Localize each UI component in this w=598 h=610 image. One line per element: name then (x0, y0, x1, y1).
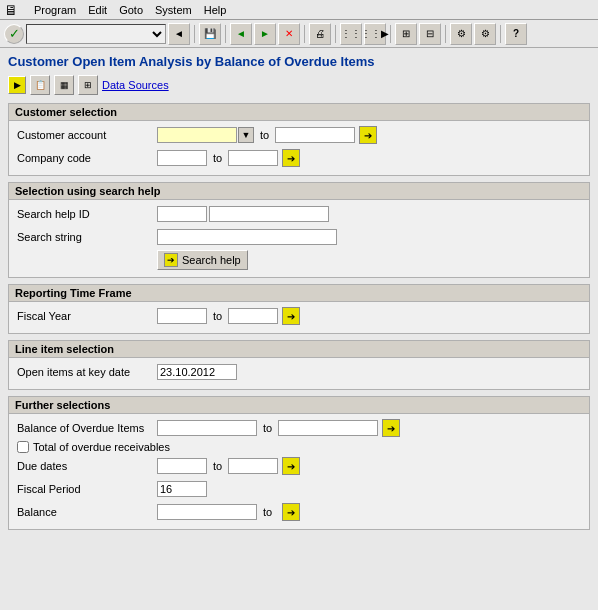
customer-account-to-input[interactable] (275, 127, 355, 143)
checkmark-btn[interactable]: ✓ (4, 24, 24, 44)
print-btn[interactable]: 🖨 (309, 23, 331, 45)
balance-overdue-row: Balance of Overdue Items to ➔ (17, 418, 581, 438)
sep4 (335, 25, 336, 43)
line-item-body: Open items at key date (9, 358, 589, 389)
company-code-to-input[interactable] (228, 150, 278, 166)
balance-label: Balance (17, 506, 157, 518)
balance-row: Balance to ➔ (17, 502, 581, 522)
menu-system[interactable]: System (155, 4, 192, 16)
search-string-row: Search string (17, 227, 581, 247)
search-help-btn-row: ➔ Search help (17, 250, 581, 270)
find-next-btn[interactable]: ⋮⋮▶ (364, 23, 386, 45)
search-help-btn-label: Search help (182, 254, 241, 266)
reporting-time-body: Fiscal Year to ➔ (9, 302, 589, 333)
fiscal-period-input[interactable] (157, 481, 207, 497)
search-help-id-row: Search help ID (17, 204, 581, 224)
search-string-input[interactable] (157, 229, 337, 245)
sep2 (225, 25, 226, 43)
collapse-btn[interactable]: ⊟ (419, 23, 441, 45)
further-selections-section: Further selections Balance of Overdue It… (8, 396, 590, 530)
total-overdue-label: Total of overdue receivables (33, 441, 170, 453)
due-dates-row: Due dates to ➔ (17, 456, 581, 476)
data-sources-link[interactable]: Data Sources (102, 79, 169, 91)
company-code-row: Company code to ➔ (17, 148, 581, 168)
stop-btn[interactable]: ✕ (278, 23, 300, 45)
balance-overdue-label: Balance of Overdue Items (17, 422, 157, 434)
due-dates-input[interactable] (157, 458, 207, 474)
fiscal-period-row: Fiscal Period (17, 479, 581, 499)
balance-overdue-arrow[interactable]: ➔ (382, 419, 400, 437)
execute-btn[interactable]: ▶ (8, 76, 26, 94)
menu-goto[interactable]: Goto (119, 4, 143, 16)
further-selections-body: Balance of Overdue Items to ➔ Total of o… (9, 414, 589, 529)
customer-account-lookup[interactable]: ▼ (238, 127, 254, 143)
variants-btn[interactable]: ⊞ (78, 75, 98, 95)
save-btn[interactable]: 💾 (199, 23, 221, 45)
nav-left-btn[interactable]: ◄ (168, 23, 190, 45)
key-date-row: Open items at key date (17, 362, 581, 382)
fiscal-year-to: to (213, 310, 222, 322)
line-item-header: Line item selection (9, 341, 589, 358)
search-help-id-input[interactable] (157, 206, 207, 222)
line-item-section: Line item selection Open items at key da… (8, 340, 590, 390)
company-code-arrow[interactable]: ➔ (282, 149, 300, 167)
expand-btn[interactable]: ⊞ (395, 23, 417, 45)
further-selections-header: Further selections (9, 397, 589, 414)
fiscal-year-label: Fiscal Year (17, 310, 157, 322)
sep7 (500, 25, 501, 43)
key-date-input[interactable] (157, 364, 237, 380)
menu-help[interactable]: Help (204, 4, 227, 16)
customer-account-input[interactable] (157, 127, 237, 143)
balance-input[interactable] (157, 504, 257, 520)
balance-to: to (263, 506, 272, 518)
save2-btn[interactable]: 📋 (30, 75, 50, 95)
balance-overdue-input[interactable] (157, 420, 257, 436)
search-help-id-input2[interactable] (209, 206, 329, 222)
customer-account-row: Customer account ▼ to ➔ (17, 125, 581, 145)
search-btn-icon: ➔ (164, 253, 178, 267)
find-btn[interactable]: ⋮⋮ (340, 23, 362, 45)
reporting-time-section: Reporting Time Frame Fiscal Year to ➔ (8, 284, 590, 334)
customer-account-arrow[interactable]: ➔ (359, 126, 377, 144)
search-help-section: Selection using search help Search help … (8, 182, 590, 278)
menu-program[interactable]: Program (34, 4, 76, 16)
customer-account-to: to (260, 129, 269, 141)
page-title: Customer Open Item Analysis by Balance o… (8, 54, 590, 69)
layout-btn[interactable]: ▦ (54, 75, 74, 95)
balance-overdue-to: to (263, 422, 272, 434)
search-help-body: Search help ID Search string ➔ Search he… (9, 200, 589, 277)
balance-arrow[interactable]: ➔ (282, 503, 300, 521)
sep1 (194, 25, 195, 43)
total-overdue-checkbox[interactable] (17, 441, 29, 453)
due-dates-to: to (213, 460, 222, 472)
customer-selection-header: Customer selection (9, 104, 589, 121)
menu-edit[interactable]: Edit (88, 4, 107, 16)
search-help-header: Selection using search help (9, 183, 589, 200)
due-dates-to-input[interactable] (228, 458, 278, 474)
fiscal-period-label: Fiscal Period (17, 483, 157, 495)
due-dates-arrow[interactable]: ➔ (282, 457, 300, 475)
reporting-time-header: Reporting Time Frame (9, 285, 589, 302)
settings2-btn[interactable]: ⚙ (474, 23, 496, 45)
company-code-to: to (213, 152, 222, 164)
menu-bar: 🖥 Program Edit Goto System Help (0, 0, 598, 20)
fiscal-year-input[interactable] (157, 308, 207, 324)
fiscal-year-arrow[interactable]: ➔ (282, 307, 300, 325)
customer-account-label: Customer account (17, 129, 157, 141)
sep3 (304, 25, 305, 43)
main-toolbar: ✓ ◄ 💾 ◄ ► ✕ 🖨 ⋮⋮ ⋮⋮▶ ⊞ ⊟ ⚙ ⚙ ? (0, 20, 598, 48)
forward-btn[interactable]: ► (254, 23, 276, 45)
key-date-label: Open items at key date (17, 366, 157, 378)
nav-combo[interactable] (26, 24, 166, 44)
back-btn[interactable]: ◄ (230, 23, 252, 45)
help-btn[interactable]: ? (505, 23, 527, 45)
search-string-label: Search string (17, 231, 157, 243)
settings-btn[interactable]: ⚙ (450, 23, 472, 45)
fiscal-year-to-input[interactable] (228, 308, 278, 324)
due-dates-label: Due dates (17, 460, 157, 472)
sub-toolbar: ▶ 📋 ▦ ⊞ Data Sources (8, 75, 590, 95)
search-help-button[interactable]: ➔ Search help (157, 250, 248, 270)
balance-overdue-to-input[interactable] (278, 420, 378, 436)
company-code-input[interactable] (157, 150, 207, 166)
sep6 (445, 25, 446, 43)
